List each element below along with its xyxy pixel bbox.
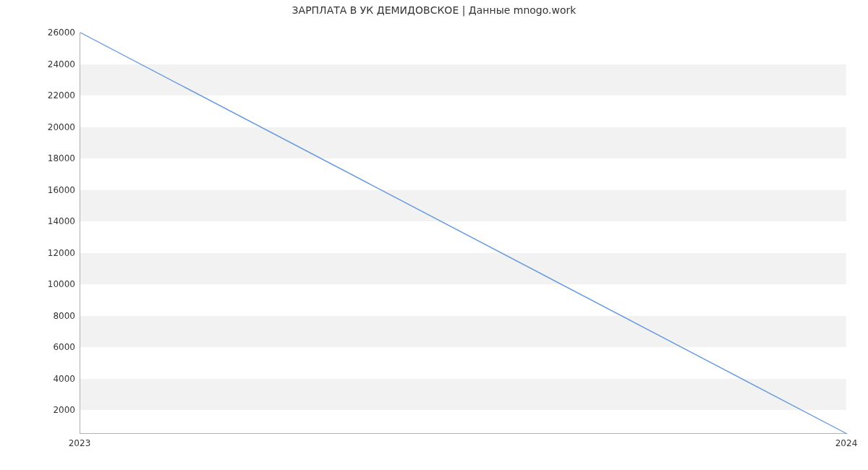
- y-tick-label: 8000: [17, 311, 75, 321]
- y-tick-label: 14000: [17, 216, 75, 226]
- x-tick-label: 2023: [69, 438, 91, 448]
- x-tick-label: 2024: [835, 438, 858, 448]
- plot-area: [80, 33, 846, 434]
- y-tick-label: 4000: [17, 374, 75, 384]
- y-tick-label: 24000: [17, 59, 75, 69]
- y-tick-label: 16000: [17, 185, 75, 195]
- chart-title: ЗАРПЛАТА В УК ДЕМИДОВСКОЕ | Данные mnogo…: [0, 4, 868, 16]
- y-tick-label: 2000: [17, 405, 75, 415]
- y-tick-label: 6000: [17, 342, 75, 352]
- y-tick-label: 18000: [17, 153, 75, 163]
- y-tick-label: 12000: [17, 248, 75, 258]
- line-series: [80, 33, 846, 433]
- y-tick-label: 26000: [17, 27, 75, 38]
- y-tick-label: 10000: [17, 279, 75, 289]
- chart-container: ЗАРПЛАТА В УК ДЕМИДОВСКОЕ | Данные mnogo…: [0, 0, 868, 470]
- y-tick-label: 20000: [17, 122, 75, 132]
- y-tick-label: 22000: [17, 90, 75, 101]
